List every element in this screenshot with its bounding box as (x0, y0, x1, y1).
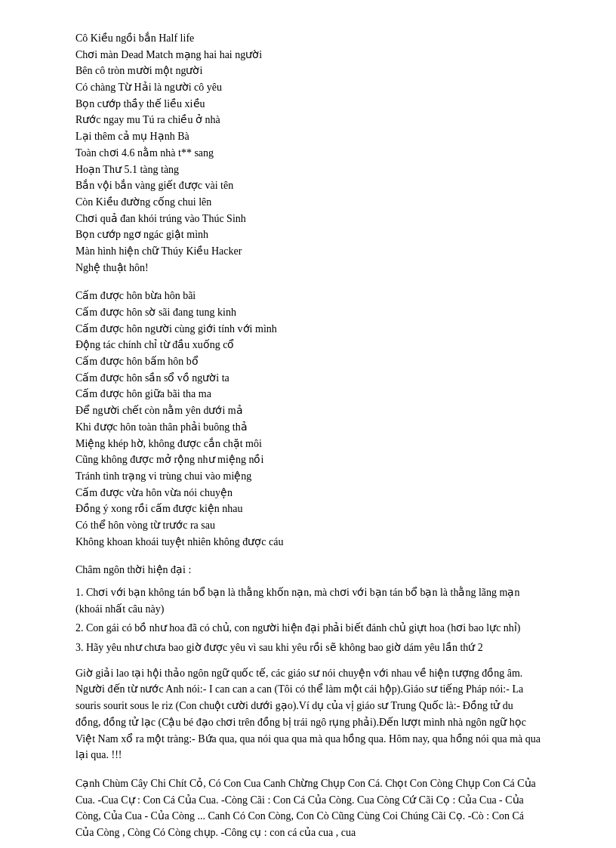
canh-text: Cạnh Chùm Cây Chi Chít Cỏ, Có Con Cua Ca… (75, 776, 541, 841)
line-item: Toàn chơi 4.6 nằm nhà t** sang (75, 145, 541, 162)
section-1-lines: Cô Kiều ngồi bắn Half lifeChơi màn Dead … (75, 30, 541, 276)
line-item: Cấm được hôn bừa hôn bãi (75, 288, 541, 304)
line-item: Cấm được hôn sần sổ vồ người ta (75, 370, 541, 387)
line-item: Có chàng Từ Hải là người cô yêu (75, 79, 541, 96)
numbered-item: 1. Chơi với bạn không tán bổ bạn là thằn… (75, 584, 541, 617)
line-item: Chơi quả đan khói trúng vào Thúc Sinh (75, 211, 541, 227)
line-item: Cấm được hôn bấm hôn bổ (75, 353, 541, 370)
line-item: Cấm được hôn sờ sãi đang tung kinh (75, 304, 541, 321)
paragraph-giaolao: Giờ giải lao tại hội thảo ngôn ngữ quốc … (75, 665, 541, 763)
chamngon-label: Châm ngôn thời hiện đại : (75, 562, 541, 578)
line-item: Miệng khép hờ, không được cắn chặt môi (75, 436, 541, 452)
chamngon-section: Châm ngôn thời hiện đại : (75, 562, 541, 578)
line-item: Cấm được hôn giữa bãi tha ma (75, 386, 541, 402)
line-item: Không khoan khoái tuyệt nhiên không được… (75, 534, 541, 550)
section-2: Cấm được hôn bừa hôn bãiCấm được hôn sờ … (75, 288, 541, 550)
line-item: Chơi màn Dead Match mạng hai hai người (75, 47, 541, 63)
paragraph-canh: Cạnh Chùm Cây Chi Chít Cỏ, Có Con Cua Ca… (75, 776, 541, 841)
section-1: Cô Kiều ngồi bắn Half lifeChơi màn Dead … (75, 30, 541, 276)
line-item: Bọn cướp thầy thế liều xiều (75, 96, 541, 113)
line-item: Cũng không được mở rộng như miệng nồi (75, 452, 541, 468)
line-item: Tránh tình trạng vi trùng chui vào miệng (75, 468, 541, 485)
line-item: Lại thêm cả mụ Hạnh Bà (75, 128, 541, 145)
line-item: Cô Kiều ngồi bắn Half life (75, 30, 541, 47)
line-item: Bọn cướp ngơ ngác giật mình (75, 227, 541, 243)
line-item: Để người chết còn nằm yên dưới mả (75, 402, 541, 419)
line-item: Màn hình hiện chữ Thúy Kiều Hacker (75, 243, 541, 260)
line-item: Động tác chính chỉ từ đầu xuống cổ (75, 337, 541, 353)
line-item: Rước ngay mu Tú ra chiều ở nhà (75, 112, 541, 128)
section-2-lines: Cấm được hôn bừa hôn bãiCấm được hôn sờ … (75, 288, 541, 550)
line-item: Nghệ thuật hôn! (75, 260, 541, 276)
line-item: Có thể hôn vòng từ trước ra sau (75, 517, 541, 534)
line-item: Khi được hôn toàn thân phải buông thả (75, 419, 541, 436)
numbered-item: 3. Hãy yêu như chưa bao giờ được yêu vì … (75, 640, 541, 656)
line-item: Cấm được hôn người cùng giới tính với mì… (75, 321, 541, 338)
line-item: Hoạn Thư 5.1 tàng tàng (75, 162, 541, 178)
line-item: Bên cô tròn mười một người (75, 63, 541, 79)
numbered-item: 2. Con gái có bồ như hoa đã có chủ, con … (75, 620, 541, 637)
line-item: Cấm được vừa hôn vừa nói chuyện (75, 485, 541, 501)
giaolao-text: Giờ giải lao tại hội thảo ngôn ngữ quốc … (75, 665, 541, 763)
line-item: Đồng ý xong rồi cấm được kiện nhau (75, 501, 541, 517)
line-item: Còn Kiều đường cống chui lên (75, 194, 541, 211)
numbered-section: 1. Chơi với bạn không tán bổ bạn là thằn… (75, 584, 541, 656)
line-item: Bắn vội bắn vàng giết được vài tên (75, 177, 541, 194)
